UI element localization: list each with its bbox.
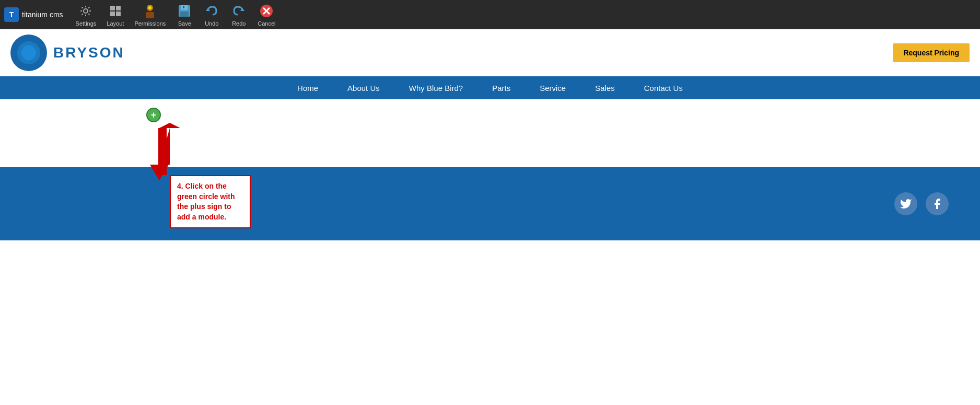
svg-point-0 xyxy=(84,9,88,13)
permissions-label: Permissions xyxy=(134,20,166,27)
permissions-icon xyxy=(142,3,158,19)
save-button[interactable]: Save xyxy=(172,1,197,29)
facebook-icon-button[interactable] xyxy=(926,192,949,215)
cancel-label: Cancel xyxy=(258,20,275,27)
nav-about-us[interactable]: About Us xyxy=(333,76,394,99)
site-nav: Home About Us Why Blue Bird? Parts Servi… xyxy=(0,76,980,99)
permissions-button[interactable]: Permissions xyxy=(130,1,170,29)
annotation-container: 4. Click on the green circle with the pl… xyxy=(138,123,243,261)
svg-rect-10 xyxy=(180,11,189,17)
undo-button[interactable]: Undo xyxy=(199,1,224,29)
logo-circle xyxy=(10,34,47,71)
svg-rect-6 xyxy=(146,12,154,18)
cms-logo-icon: T xyxy=(4,7,19,22)
twitter-icon-button[interactable] xyxy=(894,192,917,215)
nav-contact-us[interactable]: Contact Us xyxy=(629,76,697,99)
svg-point-7 xyxy=(148,6,151,9)
undo-icon xyxy=(203,3,220,19)
svg-rect-11 xyxy=(183,6,184,8)
nav-why-blue-bird[interactable]: Why Blue Bird? xyxy=(394,76,477,99)
settings-label: Settings xyxy=(76,20,97,27)
layout-label: Layout xyxy=(107,20,124,27)
logo-text: BRYSON xyxy=(53,44,125,61)
save-label: Save xyxy=(178,20,191,27)
redo-icon xyxy=(230,3,247,19)
svg-rect-1 xyxy=(110,6,115,10)
site-header: BRYSON Request Pricing xyxy=(0,29,980,76)
redo-label: Redo xyxy=(232,20,246,27)
nav-home[interactable]: Home xyxy=(283,76,333,99)
cancel-button[interactable]: Cancel xyxy=(253,1,279,29)
main-content: + 4. Click on the green circle with the … xyxy=(0,99,980,167)
undo-label: Undo xyxy=(205,20,218,27)
cancel-icon xyxy=(258,3,275,19)
nav-sales[interactable]: Sales xyxy=(580,76,629,99)
svg-rect-2 xyxy=(116,6,121,10)
save-icon xyxy=(176,3,193,19)
svg-rect-4 xyxy=(116,11,121,16)
add-module-button[interactable]: + xyxy=(146,108,161,122)
annotation-box: 4. Click on the green circle with the pl… xyxy=(170,175,251,228)
redo-button[interactable]: Redo xyxy=(226,1,251,29)
cms-logo-text: titanium cms xyxy=(22,10,63,19)
site-logo: BRYSON xyxy=(10,34,125,71)
below-footer-space xyxy=(0,240,980,405)
cms-logo: T titanium cms xyxy=(4,7,63,22)
nav-parts[interactable]: Parts xyxy=(477,76,525,99)
layout-button[interactable]: Layout xyxy=(102,1,128,29)
svg-rect-3 xyxy=(110,11,115,16)
settings-icon xyxy=(77,3,94,19)
nav-service[interactable]: Service xyxy=(525,76,580,99)
layout-icon xyxy=(107,3,124,19)
annotation-text: 4. Click on the green circle with the pl… xyxy=(177,182,235,221)
settings-button[interactable]: Settings xyxy=(72,1,101,29)
cms-toolbar: T titanium cms Settings Layout xyxy=(0,0,980,29)
request-pricing-button[interactable]: Request Pricing xyxy=(893,43,970,62)
